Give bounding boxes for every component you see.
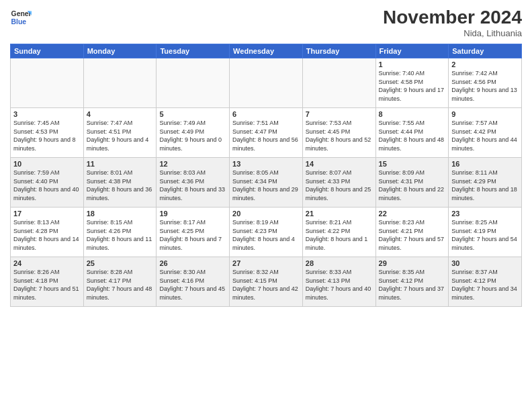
calendar-cell xyxy=(230,58,303,108)
calendar-cell: 27Sunrise: 8:32 AM Sunset: 4:15 PM Dayli… xyxy=(230,257,303,307)
calendar-cell: 20Sunrise: 8:19 AM Sunset: 4:23 PM Dayli… xyxy=(230,208,303,257)
day-number: 16 xyxy=(451,160,519,168)
calendar-cell: 25Sunrise: 8:28 AM Sunset: 4:17 PM Dayli… xyxy=(83,257,157,307)
day-info: Sunrise: 8:26 AM Sunset: 4:18 PM Dayligh… xyxy=(13,268,81,302)
day-info: Sunrise: 7:40 AM Sunset: 4:58 PM Dayligh… xyxy=(379,69,446,103)
day-info: Sunrise: 7:49 AM Sunset: 4:49 PM Dayligh… xyxy=(159,119,226,152)
day-number: 12 xyxy=(159,160,226,168)
calendar-cell: 3Sunrise: 7:45 AM Sunset: 4:53 PM Daylig… xyxy=(11,108,84,158)
day-number: 14 xyxy=(306,160,373,168)
logo-icon: General Blue xyxy=(10,7,32,28)
day-number: 18 xyxy=(87,210,154,218)
day-number: 7 xyxy=(306,110,373,118)
calendar-cell: 23Sunrise: 8:25 AM Sunset: 4:19 PM Dayli… xyxy=(449,208,522,257)
calendar-cell: 9Sunrise: 7:57 AM Sunset: 4:42 PM Daylig… xyxy=(449,108,522,158)
day-number: 28 xyxy=(306,259,373,267)
calendar-cell: 11Sunrise: 8:01 AM Sunset: 4:38 PM Dayli… xyxy=(83,158,157,208)
calendar-cell: 13Sunrise: 8:05 AM Sunset: 4:34 PM Dayli… xyxy=(230,158,303,208)
day-number: 19 xyxy=(159,210,226,218)
day-number: 23 xyxy=(451,210,519,218)
calendar-cell xyxy=(302,58,375,108)
calendar-cell: 18Sunrise: 8:15 AM Sunset: 4:26 PM Dayli… xyxy=(83,208,157,257)
day-info: Sunrise: 8:37 AM Sunset: 4:12 PM Dayligh… xyxy=(451,268,519,302)
calendar-cell xyxy=(83,58,157,108)
day-info: Sunrise: 8:13 AM Sunset: 4:28 PM Dayligh… xyxy=(13,218,81,252)
day-info: Sunrise: 8:33 AM Sunset: 4:13 PM Dayligh… xyxy=(306,268,373,302)
calendar: SundayMondayTuesdayWednesdayThursdayFrid… xyxy=(10,44,522,307)
calendar-cell: 7Sunrise: 7:53 AM Sunset: 4:45 PM Daylig… xyxy=(302,108,375,158)
calendar-cell: 24Sunrise: 8:26 AM Sunset: 4:18 PM Dayli… xyxy=(11,257,84,307)
day-info: Sunrise: 8:23 AM Sunset: 4:21 PM Dayligh… xyxy=(379,218,446,252)
day-number: 21 xyxy=(306,210,373,218)
header: General Blue November 2024 Nida, Lithuan… xyxy=(10,7,522,38)
day-info: Sunrise: 8:17 AM Sunset: 4:25 PM Dayligh… xyxy=(159,218,226,252)
day-info: Sunrise: 7:53 AM Sunset: 4:45 PM Dayligh… xyxy=(306,119,373,152)
day-number: 11 xyxy=(87,160,154,168)
calendar-cell: 16Sunrise: 8:11 AM Sunset: 4:29 PM Dayli… xyxy=(449,158,522,208)
calendar-cell: 28Sunrise: 8:33 AM Sunset: 4:13 PM Dayli… xyxy=(302,257,375,307)
day-info: Sunrise: 8:32 AM Sunset: 4:15 PM Dayligh… xyxy=(232,268,300,302)
calendar-cell xyxy=(157,58,230,108)
day-info: Sunrise: 8:15 AM Sunset: 4:26 PM Dayligh… xyxy=(87,218,154,252)
day-number: 13 xyxy=(232,160,300,168)
calendar-cell: 22Sunrise: 8:23 AM Sunset: 4:21 PM Dayli… xyxy=(375,208,449,257)
day-number: 4 xyxy=(87,110,154,118)
day-info: Sunrise: 8:11 AM Sunset: 4:29 PM Dayligh… xyxy=(451,169,519,202)
logo: General Blue xyxy=(10,7,32,28)
calendar-cell: 4Sunrise: 7:47 AM Sunset: 4:51 PM Daylig… xyxy=(83,108,157,158)
day-info: Sunrise: 8:03 AM Sunset: 4:36 PM Dayligh… xyxy=(159,169,226,202)
day-number: 17 xyxy=(13,210,81,218)
day-number: 24 xyxy=(13,259,81,267)
day-number: 26 xyxy=(159,259,226,267)
location: Nida, Lithuania xyxy=(383,28,522,38)
weekday-header: Monday xyxy=(83,44,157,58)
svg-text:Blue: Blue xyxy=(11,18,27,26)
calendar-cell xyxy=(11,58,84,108)
calendar-cell: 29Sunrise: 8:35 AM Sunset: 4:12 PM Dayli… xyxy=(375,257,449,307)
calendar-cell: 8Sunrise: 7:55 AM Sunset: 4:44 PM Daylig… xyxy=(375,108,449,158)
day-number: 30 xyxy=(451,259,519,267)
day-number: 10 xyxy=(13,160,81,168)
weekday-header: Saturday xyxy=(449,44,522,58)
day-info: Sunrise: 8:21 AM Sunset: 4:22 PM Dayligh… xyxy=(306,218,373,252)
title-block: November 2024 Nida, Lithuania xyxy=(383,7,522,38)
weekday-header: Thursday xyxy=(302,44,375,58)
day-info: Sunrise: 8:30 AM Sunset: 4:16 PM Dayligh… xyxy=(159,268,226,302)
calendar-cell: 30Sunrise: 8:37 AM Sunset: 4:12 PM Dayli… xyxy=(449,257,522,307)
day-number: 3 xyxy=(13,110,81,118)
day-number: 22 xyxy=(379,210,446,218)
day-info: Sunrise: 7:45 AM Sunset: 4:53 PM Dayligh… xyxy=(13,119,81,152)
day-info: Sunrise: 7:55 AM Sunset: 4:44 PM Dayligh… xyxy=(379,119,446,152)
day-info: Sunrise: 8:07 AM Sunset: 4:33 PM Dayligh… xyxy=(306,169,373,202)
day-info: Sunrise: 8:05 AM Sunset: 4:34 PM Dayligh… xyxy=(232,169,300,202)
day-info: Sunrise: 8:09 AM Sunset: 4:31 PM Dayligh… xyxy=(379,169,446,202)
day-number: 2 xyxy=(451,60,519,68)
page: General Blue November 2024 Nida, Lithuan… xyxy=(0,0,532,411)
day-info: Sunrise: 7:51 AM Sunset: 4:47 PM Dayligh… xyxy=(232,119,300,152)
day-info: Sunrise: 7:59 AM Sunset: 4:40 PM Dayligh… xyxy=(13,169,81,202)
weekday-header: Sunday xyxy=(11,44,84,58)
day-number: 27 xyxy=(232,259,300,267)
calendar-cell: 2Sunrise: 7:42 AM Sunset: 4:56 PM Daylig… xyxy=(449,58,522,108)
day-number: 1 xyxy=(379,60,446,68)
day-info: Sunrise: 8:01 AM Sunset: 4:38 PM Dayligh… xyxy=(87,169,154,202)
day-info: Sunrise: 8:25 AM Sunset: 4:19 PM Dayligh… xyxy=(451,218,519,252)
calendar-cell: 17Sunrise: 8:13 AM Sunset: 4:28 PM Dayli… xyxy=(11,208,84,257)
weekday-header: Tuesday xyxy=(157,44,230,58)
calendar-cell: 10Sunrise: 7:59 AM Sunset: 4:40 PM Dayli… xyxy=(11,158,84,208)
day-info: Sunrise: 7:47 AM Sunset: 4:51 PM Dayligh… xyxy=(87,119,154,152)
calendar-cell: 19Sunrise: 8:17 AM Sunset: 4:25 PM Dayli… xyxy=(157,208,230,257)
day-info: Sunrise: 8:28 AM Sunset: 4:17 PM Dayligh… xyxy=(87,268,154,302)
day-info: Sunrise: 8:19 AM Sunset: 4:23 PM Dayligh… xyxy=(232,218,300,252)
day-info: Sunrise: 8:35 AM Sunset: 4:12 PM Dayligh… xyxy=(379,268,446,302)
weekday-header: Wednesday xyxy=(230,44,303,58)
day-number: 29 xyxy=(379,259,446,267)
calendar-cell: 1Sunrise: 7:40 AM Sunset: 4:58 PM Daylig… xyxy=(375,58,449,108)
calendar-cell: 14Sunrise: 8:07 AM Sunset: 4:33 PM Dayli… xyxy=(302,158,375,208)
day-info: Sunrise: 7:57 AM Sunset: 4:42 PM Dayligh… xyxy=(451,119,519,152)
day-number: 20 xyxy=(232,210,300,218)
month-title: November 2024 xyxy=(383,7,522,28)
day-number: 5 xyxy=(159,110,226,118)
day-number: 15 xyxy=(379,160,446,168)
calendar-cell: 12Sunrise: 8:03 AM Sunset: 4:36 PM Dayli… xyxy=(157,158,230,208)
